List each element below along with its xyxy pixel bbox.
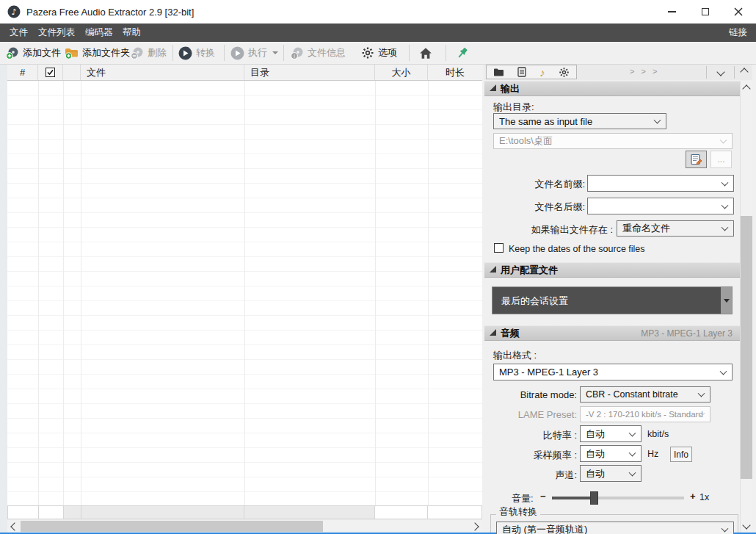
horizontal-scrollbar[interactable] xyxy=(7,520,482,533)
column-divider xyxy=(81,81,81,505)
home-button[interactable] xyxy=(419,42,432,64)
if-exists-select[interactable]: 重命名文件 xyxy=(617,220,734,237)
vertical-scrollbar-thumb[interactable] xyxy=(741,216,752,479)
profile-select[interactable]: 最后的会话设置 xyxy=(492,286,733,314)
profile-select-arrow[interactable] xyxy=(721,287,732,314)
file-info-label: 文件信息 xyxy=(308,46,346,59)
sample-rate-value: 自动 xyxy=(586,447,605,461)
sample-rate-label: 采样频率 : xyxy=(484,449,577,462)
keep-dates-label: Keep the dates of the source files xyxy=(509,244,645,254)
scroll-down-icon[interactable] xyxy=(742,521,750,529)
file-list-body[interactable] xyxy=(7,81,482,505)
app-window: ♪ Pazera Free Audio Extractor 2.9 [32-bi… xyxy=(0,0,756,534)
add-folder-button[interactable]: 添加文件夹 xyxy=(65,42,130,64)
add-files-label: 添加文件 xyxy=(23,46,61,59)
keep-dates-checkbox[interactable] xyxy=(494,243,504,253)
bitrate-select[interactable]: 自动 xyxy=(580,425,641,442)
lame-preset-select[interactable]: -V 2 : 170-210 kbit/s - Standard xyxy=(580,406,710,422)
minimize-button[interactable] xyxy=(659,0,684,24)
filename-prefix-combo[interactable] xyxy=(587,175,734,192)
tab-settings-icon[interactable] xyxy=(559,67,570,78)
menu-file-list[interactable]: 文件列表 xyxy=(38,26,75,39)
section-collapse-icon xyxy=(490,84,496,91)
column-header-file[interactable]: 文件 xyxy=(81,65,244,80)
column-header-number[interactable]: # xyxy=(7,65,38,80)
scroll-left-icon[interactable] xyxy=(10,522,18,530)
file-info-button[interactable]: i 文件信息 xyxy=(291,42,346,64)
tab-overflow-chevrons[interactable]: > > > xyxy=(630,67,659,76)
chevron-down-icon xyxy=(722,201,729,209)
section-header-output[interactable]: 输出 xyxy=(484,81,740,96)
close-button[interactable] xyxy=(726,0,751,24)
channels-label: 声道: xyxy=(484,469,577,482)
menu-file[interactable]: 文件 xyxy=(10,26,28,39)
column-header-duration[interactable]: 时长 xyxy=(428,65,482,80)
channels-select[interactable]: 自动 xyxy=(580,465,641,482)
section-header-audio[interactable]: 音频 MP3 - MPEG-1 Layer 3 xyxy=(484,325,740,341)
tab-bar-separator xyxy=(734,66,735,79)
execute-button[interactable]: 执行 xyxy=(230,42,278,64)
column-header-file-label: 文件 xyxy=(87,66,106,79)
chevron-down-icon xyxy=(629,469,636,476)
bitrate-unit-label: kbit/s xyxy=(647,429,669,439)
tab-audio-icon[interactable]: ♪ xyxy=(539,67,545,78)
horizontal-scrollbar-thumb[interactable] xyxy=(21,521,323,532)
column-header-dir[interactable]: 目录 xyxy=(244,65,375,80)
track-select[interactable]: 自动 (第一音频轨道) xyxy=(496,522,734,534)
volume-slider[interactable] xyxy=(552,497,684,499)
summary-cell xyxy=(39,505,64,519)
execute-dropdown-icon[interactable] xyxy=(272,51,278,54)
edit-path-icon xyxy=(691,154,702,165)
chevron-down-icon xyxy=(722,224,729,231)
tab-file-list-icon[interactable] xyxy=(517,67,526,77)
execute-icon xyxy=(230,46,244,60)
if-exists-value: 重命名文件 xyxy=(622,222,670,235)
window-title: Pazera Free Audio Extractor 2.9 [32-bit] xyxy=(26,7,194,18)
maximize-button[interactable] xyxy=(693,0,718,24)
column-header-size-label: 大小 xyxy=(392,66,411,79)
remove-button[interactable]: 删除 xyxy=(131,42,167,64)
toolbar-separator xyxy=(283,45,284,61)
file-table-summary-row xyxy=(7,505,482,520)
maximize-icon xyxy=(702,8,709,15)
info-button-label: Info xyxy=(674,450,688,460)
select-all-checkbox[interactable] xyxy=(46,68,55,77)
pin-button[interactable] xyxy=(456,42,469,64)
output-path-combo[interactable]: E:\tools\桌面 xyxy=(493,133,733,149)
panel-dropdown-button[interactable] xyxy=(709,65,733,79)
volume-slider-fill xyxy=(552,497,592,499)
edit-path-button[interactable] xyxy=(686,151,707,168)
column-header-checkbox[interactable] xyxy=(38,65,63,80)
section-collapse-icon xyxy=(490,329,496,336)
scroll-right-icon[interactable] xyxy=(470,522,479,530)
vertical-scrollbar[interactable] xyxy=(740,81,752,533)
scroll-up-icon[interactable] xyxy=(742,84,750,93)
volume-increase-button[interactable]: + xyxy=(690,491,696,502)
toolbar-separator xyxy=(224,45,225,61)
filename-suffix-combo[interactable] xyxy=(587,198,734,214)
volume-slider-thumb[interactable] xyxy=(590,491,598,505)
output-dir-select[interactable]: The same as input file xyxy=(493,113,666,129)
options-button[interactable]: 选项 xyxy=(361,42,397,64)
section-header-profiles[interactable]: 用户配置文件 xyxy=(484,262,740,278)
track-group-label: 音轨转换 xyxy=(496,505,540,519)
convert-button[interactable]: 转换 xyxy=(178,42,215,64)
browse-button[interactable]: ... xyxy=(710,151,732,168)
panel-collapse-button[interactable] xyxy=(736,65,752,79)
chevron-down-icon xyxy=(720,137,727,144)
info-button[interactable]: Info xyxy=(670,447,692,462)
column-header-size[interactable]: 大小 xyxy=(375,65,428,80)
home-icon xyxy=(419,47,432,59)
column-divider xyxy=(244,81,245,505)
menu-encoder[interactable]: 编码器 xyxy=(85,26,113,39)
sample-rate-select[interactable]: 自动 xyxy=(580,445,641,462)
output-format-select[interactable]: MP3 - MPEG-1 Layer 3 xyxy=(493,364,733,380)
column-header-icon[interactable] xyxy=(63,65,81,80)
menu-help[interactable]: 帮助 xyxy=(123,26,141,39)
column-header-dir-label: 目录 xyxy=(250,66,269,79)
volume-decrease-button[interactable]: − xyxy=(540,491,546,502)
tab-output-folder-icon[interactable] xyxy=(493,68,504,77)
menu-links[interactable]: 链接 xyxy=(729,26,747,39)
bitrate-mode-select[interactable]: CBR - Constant bitrate xyxy=(580,386,710,403)
add-files-button[interactable]: 添加文件 xyxy=(6,42,61,64)
